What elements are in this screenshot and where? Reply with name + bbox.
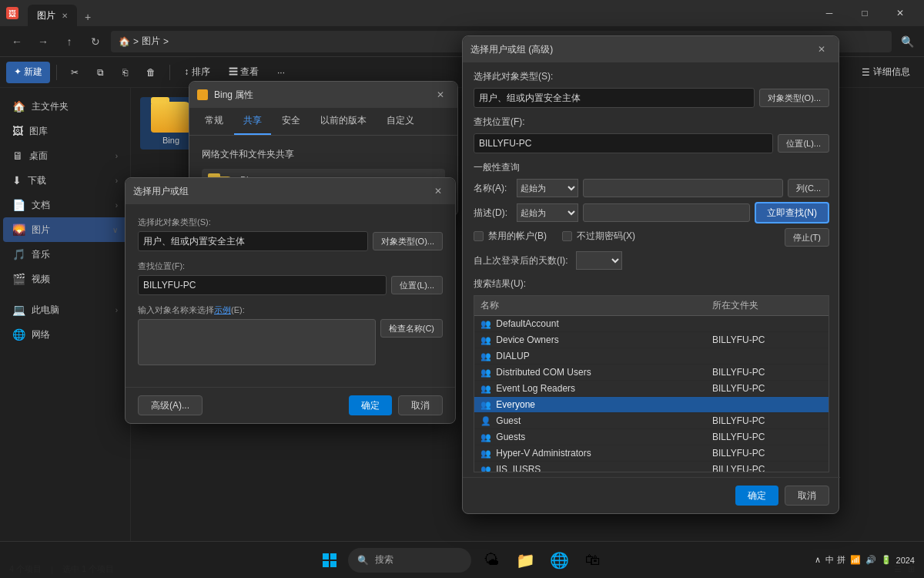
taskbar-app-weather[interactable]: 🌤 <box>476 545 507 576</box>
network-icon: 🌐 <box>12 328 25 341</box>
maximize-btn[interactable]: □ <box>847 0 882 26</box>
sidebar-item-downloads[interactable]: ⬇ 下载 › <box>3 168 127 193</box>
no-expire-checkbox[interactable] <box>562 231 572 241</box>
start-btn[interactable] <box>316 546 343 574</box>
table-row[interactable]: 👥 Guests BILLYFU-PC <box>474 429 829 445</box>
sidebar-item-network[interactable]: 🌐 网络 <box>3 322 127 347</box>
taskbar-app-store[interactable]: 🛍 <box>578 545 608 576</box>
cut-btn[interactable]: ✂ <box>63 62 86 83</box>
adv-cancel-btn[interactable]: 取消 <box>785 486 829 506</box>
gallery-icon: 🖼 <box>12 125 23 137</box>
taskbar-search-label: 搜索 <box>375 553 393 566</box>
new-tab-btn[interactable]: + <box>79 8 97 26</box>
user-icon: 👥 <box>480 449 491 458</box>
table-row[interactable]: 👤 Guest BILLYFU-PC <box>474 413 829 429</box>
adv-obj-type-btn[interactable]: 对象类型(O)... <box>759 89 829 107</box>
tab-pictures[interactable]: 图片 ✕ <box>28 5 77 26</box>
bing-props-close-btn[interactable]: ✕ <box>431 86 450 104</box>
adv-name-input[interactable] <box>583 179 783 197</box>
table-row[interactable]: 👥 Event Log Readers BILLYFU-PC <box>474 381 829 397</box>
name-input[interactable] <box>138 319 376 365</box>
taskbar-app-files[interactable]: 📁 <box>510 545 541 576</box>
table-row[interactable]: 👥 Everyone <box>474 397 829 413</box>
close-btn[interactable]: ✕ <box>882 0 918 26</box>
sidebar-item-documents[interactable]: 📄 文档 › <box>3 193 127 217</box>
sidebar-label-network: 网络 <box>32 328 50 341</box>
sidebar-item-videos[interactable]: 🎬 视频 <box>3 267 127 291</box>
results-header: 名称 所在文件夹 <box>474 296 829 316</box>
select-adv-close-btn[interactable]: ✕ <box>812 40 831 59</box>
results-scroll[interactable]: 名称 所在文件夹 👥 DefaultAccount 👥 Device Owner… <box>474 295 829 472</box>
sidebar-item-thispc[interactable]: 💻 此电脑 › <box>3 297 127 322</box>
check-name-btn[interactable]: 检查名称(C) <box>380 319 443 338</box>
delete-btn[interactable]: 🗑 <box>139 62 163 83</box>
adv-location-btn[interactable]: 位置(L)... <box>778 134 829 153</box>
sidebar-item-pictures[interactable]: 🌄 图片 ∨ <box>3 217 127 242</box>
search-now-btn[interactable]: 立即查找(N) <box>755 202 829 223</box>
adv-days-select[interactable] <box>576 251 622 270</box>
advanced-btn[interactable]: 高级(A)... <box>138 395 203 415</box>
taskbar-app-edge[interactable]: 🌐 <box>544 545 574 576</box>
details-btn-label: 详细信息 <box>873 66 910 79</box>
search-btn[interactable]: 🔍 <box>896 31 918 52</box>
taskbar-search[interactable]: 🔍 搜索 <box>348 548 471 573</box>
select-small-close-btn[interactable]: ✕ <box>429 182 447 200</box>
up-btn[interactable]: ↑ <box>59 31 80 52</box>
adv-location-section: 查找位置(F): BILLYFU-PC 位置(L)... <box>474 116 829 153</box>
adv-obj-type-section: 选择此对象类型(S): 用户、组或内置安全主体 对象类型(O)... <box>474 70 829 108</box>
sidebar-item-music[interactable]: 🎵 音乐 <box>3 242 127 267</box>
tab-close-btn[interactable]: ✕ <box>62 12 68 20</box>
back-btn[interactable]: ← <box>6 31 28 52</box>
adv-name-op-select[interactable]: 起始为 <box>517 179 578 197</box>
obj-type-btn[interactable]: 对象类型(O)... <box>373 232 443 250</box>
result-name: Guests <box>496 432 525 442</box>
adv-location-label: 查找位置(F): <box>474 116 829 129</box>
sharing-section-title: 网络文件和文件夹共享 <box>202 148 445 161</box>
sort-btn[interactable]: ↕ 排序 <box>176 62 217 83</box>
forward-btn[interactable]: → <box>32 31 54 52</box>
sidebar-label-pictures: 图片 <box>32 223 50 237</box>
copy-btn[interactable]: ⧉ <box>89 62 112 83</box>
table-row[interactable]: 👥 DIALUP <box>474 348 829 365</box>
table-row[interactable]: 👥 Device Owners BILLYFU-PC <box>474 332 829 348</box>
details-btn[interactable]: ☰ 详细信息 <box>854 62 918 83</box>
adv-ok-btn[interactable]: 确定 <box>735 486 778 506</box>
tab-security[interactable]: 安全 <box>273 108 310 135</box>
table-row[interactable]: 👥 Distributed COM Users BILLYFU-PC <box>474 365 829 381</box>
tab-customize[interactable]: 自定义 <box>377 108 424 135</box>
paste-btn[interactable]: ⎗ <box>115 62 136 83</box>
tray-arrow[interactable]: ∧ <box>815 555 821 565</box>
adv-desc-input[interactable] <box>583 203 750 222</box>
adv-col-btn[interactable]: 列(C... <box>788 179 829 197</box>
result-location-cell: BILLYFU-PC <box>706 413 829 429</box>
result-name-cell: 👥 Device Owners <box>474 332 706 348</box>
table-row[interactable]: 👥 IIS_IUSRS BILLYFU-PC <box>474 462 829 473</box>
svg-rect-1 <box>330 553 336 560</box>
ok-btn-small[interactable]: 确定 <box>349 395 392 415</box>
refresh-btn[interactable]: ↻ <box>85 31 106 52</box>
minimize-btn[interactable]: ─ <box>812 0 847 26</box>
breadcrumb-home: 🏠 <box>119 36 130 47</box>
tab-general[interactable]: 常规 <box>196 108 233 135</box>
sidebar-item-home[interactable]: 🏠 主文件夹 <box>3 94 127 119</box>
view-btn[interactable]: ☰ 查看 <box>221 62 266 83</box>
adv-inner: 选择此对象类型(S): 用户、组或内置安全主体 对象类型(O)... 查找位置(… <box>463 62 840 513</box>
stop-btn[interactable]: 停止(T) <box>785 228 829 247</box>
new-btn[interactable]: ✦ 新建 <box>6 62 50 83</box>
result-name: Distributed COM Users <box>496 367 591 378</box>
location-btn[interactable]: 位置(L)... <box>391 276 443 294</box>
table-row[interactable]: 👥 DefaultAccount <box>474 316 829 332</box>
sidebar-item-gallery[interactable]: 🖼 图库 <box>3 119 127 143</box>
more-btn[interactable]: ··· <box>270 62 293 83</box>
tab-previous-versions[interactable]: 以前的版本 <box>311 108 376 135</box>
result-location: BILLYFU-PC <box>712 464 765 472</box>
cancel-btn-small[interactable]: 取消 <box>398 395 443 415</box>
tab-sharing[interactable]: 共享 <box>234 108 271 135</box>
table-row[interactable]: 👥 Hyper-V Administrators BILLYFU-PC <box>474 445 829 462</box>
sidebar-item-desktop[interactable]: 🖥 桌面 › <box>3 143 127 168</box>
pictures-icon: 🌄 <box>12 223 25 236</box>
home-icon: 🏠 <box>12 100 25 113</box>
adv-desc-op-select[interactable]: 起始为 <box>517 203 578 222</box>
result-location: BILLYFU-PC <box>712 367 765 378</box>
disabled-account-checkbox[interactable] <box>474 231 484 241</box>
